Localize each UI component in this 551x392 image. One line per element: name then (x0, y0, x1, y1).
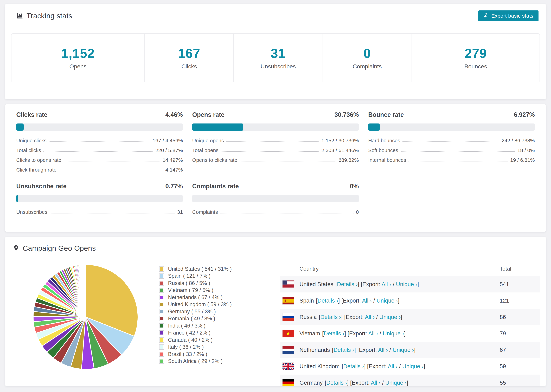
legend-swatch-brazil (159, 352, 164, 357)
country-name: Germany (299, 379, 323, 386)
legend-item-india[interactable]: India ( 46 / 3% ) (159, 322, 232, 329)
rate-row-hard-bounces: Hard bounces242 / 86.738% (368, 134, 535, 143)
details-link[interactable]: Details › (337, 281, 358, 287)
flag-de-icon (283, 379, 294, 386)
stat-value-complaints: 0 (363, 46, 371, 61)
rate-row-value: 18 / 0% (517, 147, 535, 153)
legend-label-brazil: Brazil ( 33 / 2% ) (168, 351, 207, 357)
legend-item-italy[interactable]: Italy ( 36 / 2% ) (159, 343, 232, 351)
rate-title-opens-rate: Opens rate (192, 111, 224, 118)
rate-row-value: 4.147% (165, 167, 183, 173)
legend-item-germany[interactable]: Germany ( 55 / 3% ) (159, 308, 232, 315)
country-cell: Germany[Details ›] [Export: All › / Uniq… (280, 379, 500, 386)
export-unique-link[interactable]: Unique › (376, 297, 398, 304)
legend-item-vietnam[interactable]: Vietnam ( 79 / 5% ) (159, 287, 232, 294)
country-links: [Details ›] [Export: All › / Unique ›] (322, 330, 406, 337)
stat-label-opens: Opens (70, 63, 87, 70)
country-column-header: Country (280, 266, 500, 272)
stat-cell-complaints: 0Complaints (323, 34, 412, 82)
progress-fill-opens-rate (192, 124, 243, 131)
legend-swatch-netherlands (159, 295, 164, 300)
legend-item-south-africa[interactable]: South Africa ( 29 / 2% ) (159, 358, 232, 365)
details-link[interactable]: Details › (333, 347, 354, 353)
export-all-link[interactable]: All › (362, 297, 372, 304)
country-links: [Details ›] [Export: All › / Unique ›] (332, 347, 416, 353)
rate-row-label: Unsubscribes (16, 209, 47, 215)
legend-item-united-kingdom[interactable]: United Kingdom ( 59 / 3% ) (159, 301, 232, 308)
rate-row-opens-to-clicks-rate: Opens to clicks rate689.82% (192, 153, 359, 163)
country-name: United Kingdom (299, 363, 340, 370)
legend-label-canada: Canada ( 40 / 2% ) (168, 337, 212, 343)
legend-item-brazil[interactable]: Brazil ( 33 / 2% ) (159, 351, 232, 358)
details-link[interactable]: Details › (343, 363, 364, 369)
geo-table-body: United States[Details ›] [Export: All › … (280, 276, 540, 386)
rate-row-label: Unique clicks (16, 138, 47, 143)
country-cell: Netherlands[Details ›] [Export: All › / … (280, 346, 500, 354)
total-column-header: Total (500, 266, 540, 272)
stat-value-opens: 1,152 (61, 46, 95, 61)
export-unique-link[interactable]: Unique › (402, 363, 424, 369)
table-row-vietnam: Vietnam[Details ›] [Export: All › / Uniq… (280, 325, 540, 342)
rate-row-value: 220 / 5.87% (155, 147, 183, 153)
dotted-leader (49, 141, 150, 142)
export-unique-link[interactable]: Unique › (383, 330, 404, 336)
country-total: 67 (500, 347, 540, 353)
legend-item-russia[interactable]: Russia ( 86 / 5% ) (159, 280, 232, 287)
legend-item-romania[interactable]: Romania ( 49 / 3% ) (159, 315, 232, 322)
legend-swatch-united-states (159, 266, 164, 272)
export-all-link[interactable]: All › (368, 330, 378, 336)
rate-value-clicks-rate: 4.46% (165, 111, 183, 118)
rate-row-unique-clicks: Unique clicks167 / 4.456% (16, 134, 183, 143)
country-name: Russia (299, 314, 317, 320)
rate-row-value: 167 / 4.456% (153, 138, 183, 143)
legend-item-united-states[interactable]: United States ( 541 / 31% ) (159, 266, 232, 273)
export-unique-link[interactable]: Unique › (379, 314, 401, 320)
rate-row-soft-bounces: Soft bounces18 / 0% (368, 143, 535, 153)
export-basic-stats-button[interactable]: Export basic stats (478, 10, 538, 21)
geo-legend: United States ( 541 / 31% )Spain ( 121 /… (159, 266, 232, 365)
export-all-link[interactable]: All › (365, 314, 374, 320)
details-link[interactable]: Details › (320, 314, 341, 320)
geo-header: Campaign Geo Opens (5, 237, 546, 260)
export-all-link[interactable]: All › (378, 347, 388, 353)
rate-row-label: Total clicks (16, 147, 41, 153)
details-link[interactable]: Details › (326, 379, 347, 386)
rate-block-clicks-rate: Clicks rate4.46%Unique clicks167 / 4.456… (16, 111, 183, 173)
rate-row-label: Unique opens (192, 138, 224, 143)
flag-vn-icon (283, 330, 294, 337)
progress-bar-complaints-rate (192, 195, 359, 202)
export-unique-link[interactable]: Unique › (393, 347, 414, 353)
country-links: [Details ›] [Export: All › / Unique ›] (325, 379, 408, 386)
export-all-link[interactable]: All › (381, 281, 391, 287)
export-all-link[interactable]: All › (388, 363, 397, 369)
legend-label-netherlands: Netherlands ( 67 / 4% ) (168, 294, 223, 301)
country-cell: Spain[Details ›] [Export: All › / Unique… (280, 297, 500, 304)
export-all-link[interactable]: All › (371, 379, 381, 386)
legend-label-romania: Romania ( 49 / 3% ) (168, 315, 215, 322)
rate-row-label: Clicks to opens rate (16, 157, 61, 163)
rate-title-complaints-rate: Complaints rate (192, 183, 239, 190)
export-unique-link[interactable]: Unique › (396, 281, 417, 287)
details-link[interactable]: Details › (324, 330, 345, 336)
campaign-geo-opens-card: Campaign Geo Opens United States ( 541 /… (5, 237, 546, 386)
export-unique-link[interactable]: Unique › (385, 379, 407, 386)
rate-value-opens-rate: 30.736% (335, 111, 359, 118)
progress-bar-unsubscribe-rate (16, 195, 183, 202)
dotted-leader (59, 171, 163, 171)
export-icon (483, 13, 488, 19)
stat-cell-opens: 1,152Opens (11, 34, 145, 82)
rate-row-clicks-to-opens-rate: Clicks to opens rate14.497% (16, 153, 183, 163)
stat-label-clicks: Clicks (181, 63, 197, 70)
country-links: [Details ›] [Export: All › / Unique ›] (342, 363, 425, 370)
legend-item-netherlands[interactable]: Netherlands ( 67 / 4% ) (159, 294, 232, 301)
legend-label-spain: Spain ( 121 / 7% ) (168, 273, 211, 279)
legend-item-spain[interactable]: Spain ( 121 / 7% ) (159, 273, 232, 280)
details-link[interactable]: Details › (318, 297, 338, 304)
rate-block-bounce-rate: Bounce rate6.927%Hard bounces242 / 86.73… (368, 111, 535, 173)
legend-item-canada[interactable]: Canada ( 40 / 2% ) (159, 336, 232, 343)
bar-chart-icon (16, 12, 23, 20)
country-links: [Details ›] [Export: All › / Unique ›] (335, 281, 419, 287)
flag-gb-icon (283, 363, 294, 370)
rate-row-complaints: Complaints0 (192, 205, 359, 215)
legend-item-france[interactable]: France ( 42 / 2% ) (159, 329, 232, 336)
